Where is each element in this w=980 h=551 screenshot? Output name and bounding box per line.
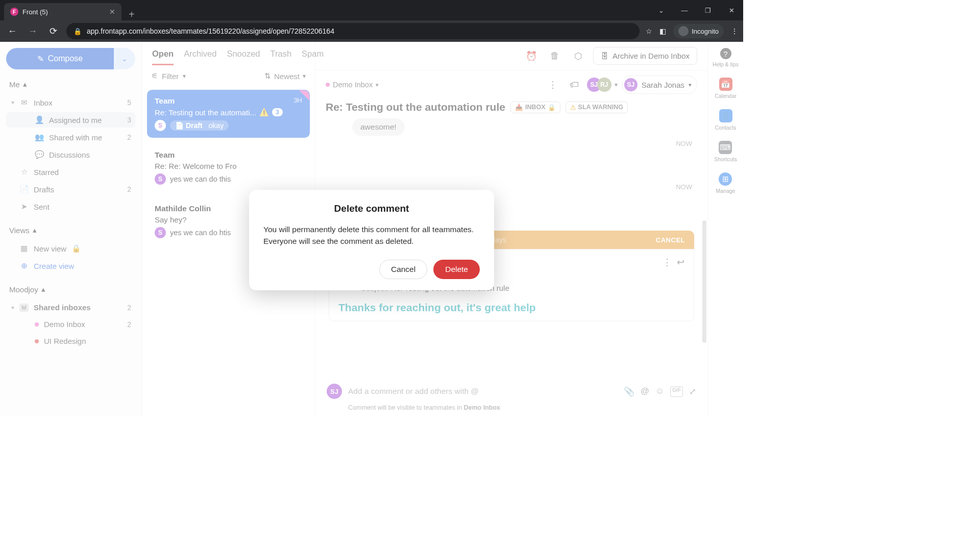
url-text: app.frontapp.com/inboxes/teammates/15619…	[87, 27, 334, 35]
window-controls: ⌄ ― ❐ ✕	[649, 0, 743, 20]
cancel-button[interactable]: Cancel	[379, 260, 427, 279]
tab-title: Front (5)	[22, 8, 48, 16]
reload-icon[interactable]: ⟳	[46, 26, 60, 37]
maximize-icon[interactable]: ❐	[696, 7, 720, 14]
browser-tab[interactable]: F Front (5) ✕	[4, 3, 121, 20]
modal-body: You will permanently delete this comment…	[263, 223, 480, 247]
new-tab-button[interactable]: +	[121, 9, 142, 20]
front-favicon: F	[10, 8, 18, 16]
incognito-badge: Incognito	[673, 24, 724, 38]
extensions-icon[interactable]: ◧	[659, 27, 666, 35]
minimize-icon[interactable]: ―	[673, 7, 696, 14]
star-icon[interactable]: ☆	[646, 27, 652, 35]
browser-tab-bar: F Front (5) ✕ + ⌄ ― ❐ ✕	[0, 0, 743, 20]
forward-icon[interactable]: →	[26, 26, 40, 37]
close-window-icon[interactable]: ✕	[720, 7, 743, 14]
modal-title: Delete comment	[263, 203, 480, 214]
delete-comment-modal: Delete comment You will permanently dele…	[249, 190, 494, 290]
lock-icon: 🔒	[74, 28, 82, 35]
kebab-menu-icon[interactable]: ⋮	[731, 27, 738, 35]
back-icon[interactable]: ←	[5, 26, 19, 37]
delete-button[interactable]: Delete	[433, 260, 480, 279]
incognito-icon	[678, 26, 689, 36]
url-input[interactable]: 🔒 app.frontapp.com/inboxes/teammates/156…	[66, 23, 640, 39]
address-bar: ← → ⟳ 🔒 app.frontapp.com/inboxes/teammat…	[0, 20, 743, 42]
chevron-down-icon[interactable]: ⌄	[649, 7, 673, 14]
close-tab-icon[interactable]: ✕	[109, 8, 115, 16]
